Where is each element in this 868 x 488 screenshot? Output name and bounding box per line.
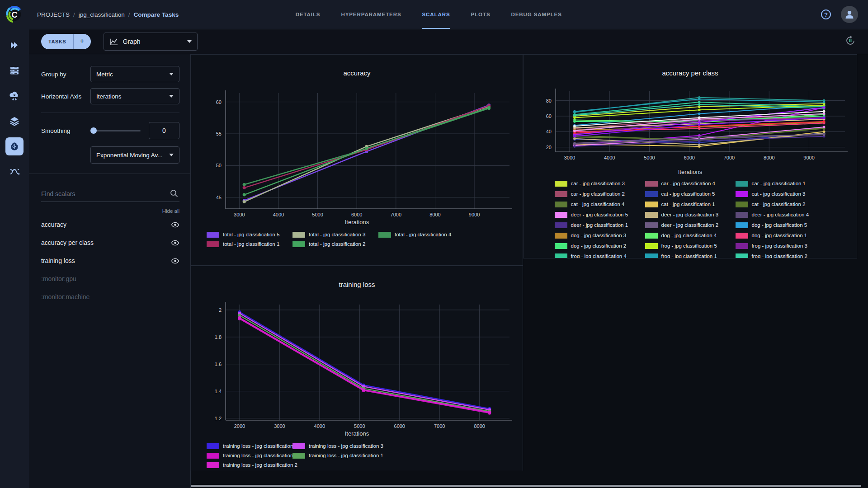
find-scalars-input[interactable] [41,188,179,202]
nav-cloud-applications-icon[interactable] [5,87,24,105]
svg-text:9000: 9000 [468,212,479,217]
slider-track[interactable] [90,130,141,131]
legend-item[interactable]: dog - jpg classification 1 [736,232,826,239]
tab-details[interactable]: DETAILS [296,0,321,29]
legend-item[interactable]: cat - jpg classification 5 [645,190,736,197]
legend-item[interactable]: total - jpg classification 1 [207,240,292,248]
legend-item[interactable]: cat - jpg classification 4 [555,201,645,208]
legend-item[interactable]: car - jpg classification 2 [555,190,645,197]
legend-item[interactable]: deer - jpg classification 4 [736,211,826,218]
legend-item[interactable]: training loss - jpg classification 5 [207,442,292,450]
scalar-row-training-loss[interactable]: training loss [41,252,179,270]
legend-item[interactable]: car - jpg classification 4 [645,180,736,187]
legend-swatch [736,191,748,197]
svg-text:3000: 3000 [234,212,245,217]
legend-item[interactable]: total - jpg classification 2 [292,240,378,248]
scalar-row--monitor-gpu[interactable]: :monitor:gpu [41,270,179,288]
legend-item[interactable]: cat - jpg classification 3 [736,190,826,197]
legend-item[interactable]: deer - jpg classification 2 [645,221,736,229]
legend-swatch [645,243,658,249]
hide-all-button[interactable]: Hide all [41,208,179,214]
add-task-button[interactable]: + [73,34,90,49]
legend-item[interactable]: frog - jpg classification 2 [736,253,826,258]
eye-icon[interactable] [171,239,179,247]
legend-item[interactable]: deer - jpg classification 5 [555,211,645,218]
svg-text:6000: 6000 [394,423,405,429]
clearml-logo-icon[interactable]: C [5,5,24,23]
horizontal-scrollbar[interactable] [191,485,861,487]
svg-text:8000: 8000 [764,155,774,160]
legend-swatch [645,191,658,197]
legend-item[interactable]: dog - jpg classification 3 [555,232,645,239]
legend-item[interactable]: deer - jpg classification 3 [645,211,736,218]
legend-swatch [736,233,748,239]
chart-plot-accuracy[interactable]: 300040005000600070008000900045505560 [197,82,518,218]
smoothing-algorithm-select[interactable]: Exponential Moving Av... [90,146,179,164]
legend-item[interactable]: dog - jpg classification 5 [736,221,826,229]
legend-item[interactable]: training loss - jpg classification 2 [207,461,292,469]
legend-item[interactable]: dog - jpg classification 4 [645,232,736,239]
tab-scalars[interactable]: SCALARS [422,0,450,29]
legend-label: training loss - jpg classification 3 [309,443,383,449]
tab-plots[interactable]: PLOTS [471,0,491,29]
eye-icon[interactable] [171,221,179,229]
legend-item[interactable]: cat - jpg classification 2 [736,201,826,208]
tab-debug-samples[interactable]: DEBUG SAMPLES [511,0,561,29]
nav-datasets-icon[interactable] [5,112,24,130]
auto-refresh-pause-icon[interactable] [844,35,856,47]
scalar-row-accuracy[interactable]: accuracy [41,216,179,234]
tasks-button[interactable]: TASKS [41,34,73,49]
legend-item[interactable]: car - jpg classification 3 [555,180,645,187]
breadcrumb-projects[interactable]: PROJECTS [37,11,70,18]
legend-item[interactable]: frog - jpg classification 1 [645,253,736,258]
horizontal-axis-value: Iterations [96,93,122,100]
legend-item[interactable]: car - jpg classification 1 [736,180,826,187]
legend-label: cat - jpg classification 4 [571,202,625,207]
svg-text:8000: 8000 [429,212,440,217]
nav-projects-icon[interactable] [5,36,24,54]
smoothing-slider[interactable] [90,127,141,134]
legend-swatch [645,181,658,187]
scalar-row--monitor-machine[interactable]: :monitor:machine [41,288,179,306]
legend-swatch [645,233,658,239]
legend-item[interactable]: deer - jpg classification 1 [555,221,645,229]
nav-experiments-icon[interactable] [5,137,24,155]
breadcrumb-project-name[interactable]: jpg_classification [79,11,125,18]
legend-item[interactable]: training loss - jpg classification 4 [207,452,292,459]
svg-text:1.4: 1.4 [214,389,221,394]
legend-swatch [736,202,748,207]
legend-item[interactable]: cat - jpg classification 1 [645,201,736,208]
user-avatar[interactable] [841,6,858,23]
scalar-row-accuracy-per-class[interactable]: accuracy per class [41,234,179,252]
nav-workers-queues-icon[interactable] [5,61,24,80]
view-mode-select[interactable]: Graph [104,33,198,51]
svg-text:3000: 3000 [564,155,575,160]
eye-icon[interactable] [171,257,179,265]
legend-item[interactable]: frog - jpg classification 5 [645,242,736,249]
legend-item[interactable]: dog - jpg classification 2 [555,242,645,249]
legend-swatch [736,212,748,218]
tab-hyperparameters[interactable]: HYPERPARAMETERS [341,0,401,29]
legend-item[interactable]: training loss - jpg classification 1 [292,452,378,459]
svg-text:60: 60 [216,99,221,105]
legend-item[interactable]: frog - jpg classification 4 [555,253,645,258]
svg-text:5000: 5000 [354,423,365,429]
legend-item[interactable]: total - jpg classification 3 [292,231,378,238]
chart-plot-training-loss[interactable]: 20003000400050006000700080001.21.41.61.8… [197,294,518,429]
group-by-select[interactable]: Metric [90,66,179,82]
legend-label: dog - jpg classification 2 [571,243,627,249]
legend-item[interactable]: frog - jpg classification 3 [736,242,826,249]
legend-item[interactable]: training loss - jpg classification 3 [292,442,378,450]
horizontal-axis-select[interactable]: Iterations [90,88,179,104]
help-icon[interactable]: ? [820,9,832,20]
content-column: TASKS + Graph [29,29,868,488]
chart-title: accuracy per class [662,69,718,77]
svg-text:2000: 2000 [234,423,245,429]
legend-item[interactable]: total - jpg classification 5 [207,231,292,238]
chart-plot-accuracy-per-class[interactable]: 300040005000600070008000900020406080 [528,84,852,168]
slider-knob[interactable] [90,127,97,134]
legend-item[interactable]: total - jpg classification 4 [378,231,464,238]
smoothing-value-input[interactable]: 0 [149,122,179,139]
nav-pipelines-icon[interactable] [5,163,24,181]
search-icon[interactable] [170,189,179,198]
